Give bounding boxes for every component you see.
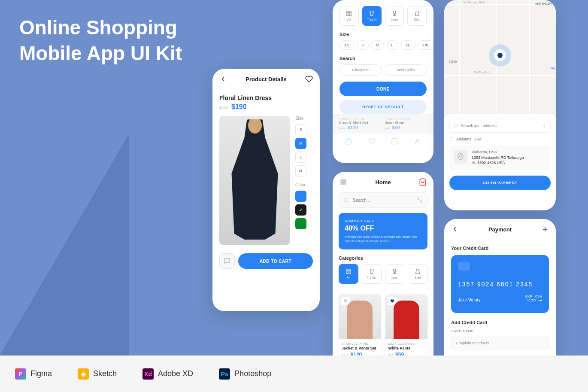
nav-user-icon[interactable]	[414, 138, 421, 145]
size-xl[interactable]: XL	[401, 40, 415, 50]
product-image	[219, 116, 290, 245]
locate-icon[interactable]	[542, 123, 547, 128]
size-s[interactable]: S	[357, 40, 369, 50]
nav-bag-icon[interactable]	[391, 138, 398, 145]
size-xs[interactable]: XS	[339, 40, 354, 50]
cat-jean[interactable]: Jean	[385, 264, 405, 284]
svg-line-9	[348, 201, 349, 202]
tool-figma: FFigma	[15, 368, 52, 380]
color-blue[interactable]	[295, 191, 306, 202]
home-title: Home	[375, 179, 391, 185]
color-black[interactable]	[295, 204, 306, 216]
map-screen: W Olympic Blvd MID-WILSH VISTA W Pico Bl…	[444, 0, 556, 210]
size-l[interactable]: L	[387, 40, 398, 50]
product-brand: LEAF CLOTHING	[388, 342, 425, 345]
color-label: Color	[295, 182, 306, 187]
categories-label: Categories	[333, 255, 433, 261]
promo-tag: SUMMER SALE	[345, 219, 421, 223]
add-to-cart-button[interactable]: ADD TO CART	[238, 253, 313, 269]
size-xl[interactable]: XL	[295, 165, 306, 176]
address-city: Alabama, USA	[472, 150, 546, 154]
your-card-label: Your Credit Card	[444, 240, 556, 255]
pin-icon	[454, 150, 467, 164]
bag-icon[interactable]	[419, 178, 427, 186]
product-brand: STAR CLOTHING	[342, 342, 378, 345]
nav-home-icon[interactable]	[345, 138, 352, 145]
sort-cheapest[interactable]: Cheapest	[339, 64, 382, 76]
product-name: White Pants	[388, 346, 425, 350]
search-input[interactable]	[339, 192, 427, 208]
size-l[interactable]: L	[295, 152, 306, 163]
cat-jean[interactable]: Jean	[385, 6, 404, 26]
map-label: W Pico Blvd	[474, 71, 491, 74]
svg-rect-2	[347, 14, 349, 15]
svg-rect-1	[350, 11, 352, 13]
svg-rect-12	[346, 269, 348, 270]
size-s[interactable]: S	[295, 124, 306, 135]
address-card[interactable]: Alabama, USA 1283 Mardisville RD Tallade…	[449, 146, 551, 170]
svg-point-16	[454, 124, 458, 128]
filter-screen: All T-shirt Jean Skirt Size XS S M L XL …	[333, 0, 433, 163]
pin-icon	[449, 137, 454, 141]
location-pin-icon	[494, 49, 506, 61]
color-green[interactable]	[295, 218, 306, 229]
size-label: Size	[295, 116, 306, 121]
product-name: Jean Short	[385, 121, 428, 125]
filter-icon[interactable]	[417, 197, 423, 203]
cat-tshirt[interactable]: T-shirt	[362, 264, 382, 284]
cat-tshirt[interactable]: T-shirt	[362, 6, 382, 26]
card-name-input[interactable]: Chaplain Mondover	[451, 336, 549, 350]
card-name-label: CARD NAME	[444, 329, 556, 333]
ps-icon: Ps	[219, 368, 230, 380]
cat-all[interactable]: All	[339, 264, 358, 284]
product-detail-screen: Product Details Floral Linen Dress $230 …	[212, 69, 320, 311]
size-xxl[interactable]: XXL	[418, 40, 433, 50]
tool-xd: XdAdobe XD	[142, 368, 193, 380]
tool-sketch: ◆Sketch	[78, 368, 117, 380]
go-to-payment-button[interactable]: GO TO PAYMENT	[449, 176, 551, 190]
price: $190	[231, 103, 247, 111]
product-brand: STAR CLOTHING	[339, 118, 382, 121]
size-m[interactable]: M	[295, 138, 306, 149]
address-line: 1283 Mardisville RD Talladega	[472, 155, 546, 161]
current-location[interactable]: Alabama, USA	[449, 137, 551, 141]
back-icon[interactable]	[451, 225, 459, 233]
heart-icon[interactable]	[305, 75, 313, 83]
product-card[interactable]: STAR CLOTHING Jacket & Pants Set $140$12…	[339, 294, 381, 361]
sort-bestseller[interactable]: Best Seller	[385, 64, 427, 76]
plus-icon[interactable]	[541, 225, 549, 233]
svg-point-4	[416, 139, 418, 141]
svg-rect-15	[349, 272, 351, 273]
credit-card[interactable]: 1357 9024 6801 2345 Jake Weary EXP CVV 1…	[451, 255, 549, 313]
menu-icon[interactable]	[339, 178, 347, 186]
chip-icon	[458, 262, 470, 270]
promo-banner[interactable]: SUMMER SALE 40% OFF Vivamus velit nunc, …	[339, 213, 427, 249]
svg-rect-11	[420, 201, 422, 202]
product-name: Jacket & Pants Set	[342, 346, 378, 350]
map-label: MID-WILSH	[535, 2, 552, 5]
map-view[interactable]: W Olympic Blvd MID-WILSH VISTA W Pico Bl…	[444, 0, 556, 118]
cat-skirt[interactable]: Skirt	[408, 264, 427, 284]
nav-heart-icon[interactable]	[368, 138, 375, 145]
tool-photoshop: PsPhotoshop	[219, 368, 271, 380]
product-card[interactable]: LEAF CLOTHING White Pants $74$59	[385, 294, 428, 361]
chat-button[interactable]	[219, 253, 235, 269]
back-icon[interactable]	[219, 75, 227, 83]
reset-button[interactable]: RESET OF DEFAULT	[339, 100, 427, 114]
cat-all[interactable]: All	[339, 6, 359, 26]
header-title: Product Details	[246, 76, 286, 82]
product-name: Floral Linen Dress	[219, 94, 313, 101]
product-brand: LEAF CLOTHING	[385, 118, 428, 121]
done-button[interactable]: DONE	[339, 82, 427, 96]
address-search[interactable]	[449, 119, 551, 133]
size-m[interactable]: M	[371, 40, 384, 50]
svg-rect-3	[350, 14, 352, 15]
card-number: 1357 9024 6801 2345	[458, 281, 542, 288]
svg-rect-10	[418, 198, 419, 200]
sketch-icon: ◆	[78, 368, 89, 380]
promo-desc: Vivamus velit nunc, dictum a convallis s…	[345, 235, 421, 243]
tools-bar: FFigma ◆Sketch XdAdobe XD PsPhotoshop	[0, 356, 588, 392]
address-line: AL 3392-4828 USA	[472, 161, 546, 166]
svg-point-17	[544, 125, 545, 127]
cat-skirt[interactable]: Skirt	[407, 6, 427, 26]
